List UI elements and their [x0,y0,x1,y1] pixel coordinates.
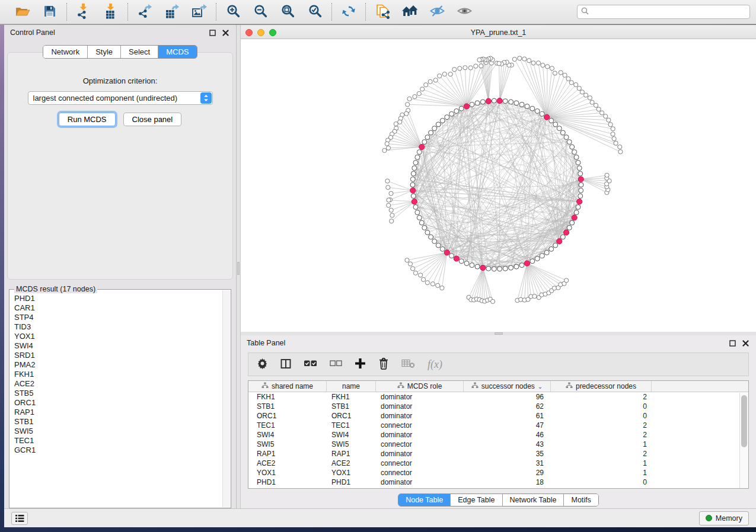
mcds-result-item[interactable]: ORC1 [14,398,218,408]
mcds-result-list[interactable]: PHD1CAR1STP4TID3YOX1SWI4SRD1PMA2FKH1ACE2… [10,290,222,507]
mcds-result-item[interactable]: PHD1 [14,294,218,303]
tab-select[interactable]: Select [121,46,158,58]
column-header-MCDS-role[interactable]: MCDS role [376,381,464,392]
zoom-fit-button[interactable] [279,3,296,21]
cell-shared-name[interactable]: PHD1 [248,478,327,486]
close-table-panel-icon[interactable] [741,338,750,348]
search-box[interactable] [577,5,750,19]
zoom-out-button[interactable] [251,3,269,21]
cell-predecessor-nodes[interactable]: 1 [551,459,652,467]
cell-predecessor-nodes[interactable]: 2 [551,450,652,458]
mcds-result-item[interactable]: PMA2 [14,360,218,370]
cell-shared-name[interactable]: FKH1 [248,393,327,401]
cell-successor-nodes[interactable]: 35 [464,450,551,458]
cell-shared-name[interactable]: STB1 [248,402,327,411]
network-window-titlebar[interactable]: YPA_prune.txt_1 [241,26,756,39]
clone-network-button[interactable] [374,3,391,21]
column-header-name[interactable]: name [327,381,376,392]
panel-splitter-vertical[interactable] [237,25,241,508]
mcds-result-item[interactable]: SWI4 [14,341,218,351]
cell-predecessor-nodes[interactable]: 0 [551,402,652,411]
table-row[interactable]: SWI5SWI5connector431 [248,440,748,449]
export-network-button[interactable] [136,3,154,21]
mcds-result-item[interactable]: SRD1 [14,351,218,360]
cell-shared-name[interactable]: TEC1 [248,421,327,430]
table-row[interactable]: FKH1FKH1dominator962 [248,392,748,402]
table-scrollbar[interactable] [739,393,748,488]
first-neighbors-button[interactable] [401,3,419,21]
mcds-result-item[interactable]: FKH1 [14,370,218,379]
table-row[interactable]: SWI4SWI4dominator462 [248,430,748,440]
mcds-result-item[interactable]: TEC1 [14,436,218,446]
run-mcds-button[interactable]: Run MCDS [59,113,116,126]
mcds-result-item[interactable]: STB1 [14,417,218,427]
cell-name[interactable]: RAP1 [327,450,376,458]
cell-predecessor-nodes[interactable]: 1 [551,469,652,477]
column-header-predecessor-nodes[interactable]: predecessor nodes [551,381,652,392]
delete-table-button[interactable] [401,358,415,370]
cell-predecessor-nodes[interactable]: 2 [551,431,652,439]
cell-successor-nodes[interactable]: 61 [464,412,551,420]
cell-successor-nodes[interactable]: 29 [464,469,551,477]
tab-edge-table[interactable]: Edge Table [451,494,502,506]
cell-MCDS-role[interactable]: dominator [376,393,464,401]
save-session-button[interactable] [41,3,59,21]
search-input[interactable] [592,8,746,16]
cell-predecessor-nodes[interactable]: 2 [551,393,652,401]
mcds-result-item[interactable]: CAR1 [14,303,218,313]
table-row[interactable]: YOX1YOX1connector291 [248,468,748,477]
table-row[interactable]: ACE2ACE2connector311 [248,459,748,468]
cell-name[interactable]: FKH1 [327,393,376,401]
mcds-result-item[interactable]: ACE2 [14,379,218,389]
deselect-all-button[interactable] [330,360,342,369]
tab-motifs[interactable]: Motifs [564,494,598,506]
close-panel-button[interactable]: Close panel [123,113,182,126]
hide-selected-button[interactable] [428,3,446,21]
cell-name[interactable]: YOX1 [327,469,376,477]
table-row[interactable]: STB1STB1dominator620 [248,402,748,411]
delete-column-button[interactable] [378,357,389,371]
open-file-button[interactable] [14,3,31,21]
export-image-button[interactable] [190,3,208,21]
cell-MCDS-role[interactable]: dominator [376,450,464,458]
column-header-successor-nodes[interactable]: successor nodes⌄ [464,381,551,392]
mcds-result-item[interactable]: STB5 [14,389,218,398]
tab-node-table[interactable]: Node Table [398,494,451,506]
cell-name[interactable]: PHD1 [327,478,376,486]
float-panel-icon[interactable] [208,28,217,37]
mcds-result-item[interactable]: RAP1 [14,408,218,417]
zoom-selected-button[interactable] [306,3,324,21]
tab-mcds[interactable]: MCDS [158,46,196,58]
cell-successor-nodes[interactable]: 96 [464,393,551,401]
select-all-button[interactable] [304,359,317,370]
function-button[interactable]: f(x) [428,358,442,371]
cell-successor-nodes[interactable]: 62 [464,402,551,411]
mcds-result-item[interactable]: TID3 [14,322,218,332]
criterion-dropdown[interactable]: largest connected component (undirected) [28,91,213,105]
column-button[interactable] [280,358,291,371]
network-canvas[interactable] [241,39,756,332]
cell-shared-name[interactable]: RAP1 [248,450,327,458]
cell-shared-name[interactable]: ORC1 [248,412,327,420]
mcds-result-item[interactable]: STP4 [14,313,218,322]
table-row[interactable]: PHD1PHD1dominator180 [248,477,748,487]
mcds-result-scrollbar[interactable] [222,290,230,507]
cell-name[interactable]: ORC1 [327,412,376,420]
tab-network-table[interactable]: Network Table [503,494,564,506]
cell-shared-name[interactable]: YOX1 [248,469,327,477]
mcds-result-item[interactable]: GCR1 [14,446,218,455]
table-row[interactable]: RAP1RAP1dominator352 [248,449,748,459]
cell-MCDS-role[interactable]: connector [376,469,464,477]
show-all-button[interactable] [455,3,473,21]
export-table-button[interactable] [163,3,181,21]
cell-successor-nodes[interactable]: 43 [464,440,551,448]
cell-MCDS-role[interactable]: dominator [376,402,464,411]
cell-MCDS-role[interactable]: dominator [376,412,464,420]
show-panels-button[interactable] [11,512,28,525]
mcds-result-item[interactable]: YOX1 [14,332,218,341]
network-graph[interactable] [241,39,756,332]
cell-name[interactable]: TEC1 [327,421,376,430]
cell-successor-nodes[interactable]: 18 [464,478,551,486]
column-header-shared-name[interactable]: shared name [248,381,327,392]
cell-MCDS-role[interactable]: dominator [376,478,464,486]
